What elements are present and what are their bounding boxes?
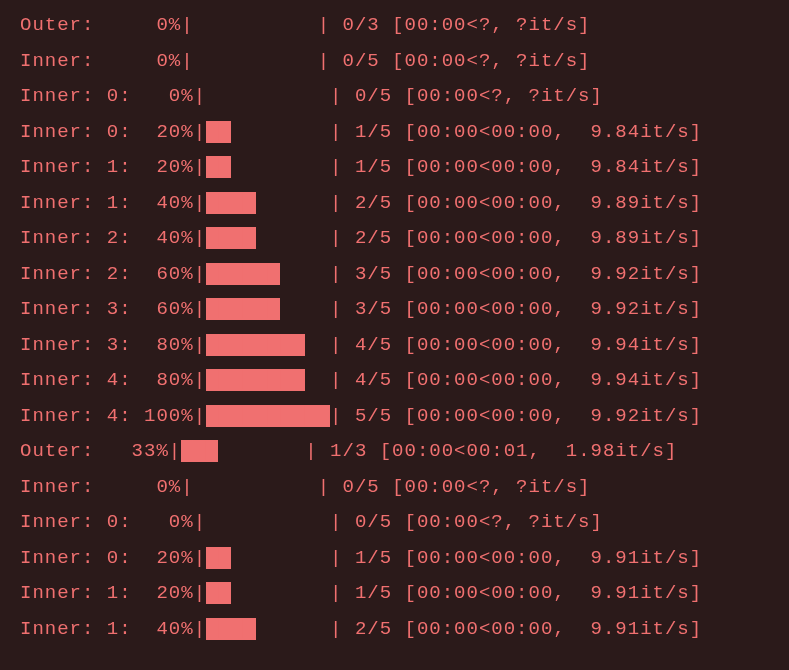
bar-empty [280, 298, 330, 320]
progress-label: Outer: [20, 14, 132, 36]
progress-percent: 40% [132, 227, 194, 249]
progress-line: Inner: 1: 40%|████ | 2/5 [00:00<00:00, 9… [20, 612, 769, 648]
progress-stats: 0/5 [00:00<?, ?it/s] [330, 476, 590, 498]
bar-end: | [330, 369, 342, 391]
progress-percent: 20% [132, 156, 194, 178]
bar-end: | [330, 263, 342, 285]
progress-percent: 0% [132, 85, 194, 107]
progress-percent: 40% [132, 192, 194, 214]
bar-filled: ██ [206, 156, 231, 178]
progress-percent: 20% [132, 582, 194, 604]
bar-end: | [305, 440, 317, 462]
progress-percent: 0% [132, 50, 182, 72]
progress-stats: 4/5 [00:00<00:00, 9.94it/s] [342, 334, 702, 356]
progress-bar [206, 511, 330, 533]
progress-line: Inner: 1: 20%|██ | 1/5 [00:00<00:00, 9.8… [20, 150, 769, 186]
progress-bar: ███ [181, 440, 305, 462]
bar-empty [280, 263, 330, 285]
bar-filled: ██ [206, 121, 231, 143]
progress-line: Inner: 0%| | 0/5 [00:00<?, ?it/s] [20, 470, 769, 506]
progress-label: Inner: 4: [20, 405, 132, 427]
bar-start: | [194, 334, 206, 356]
bar-end: | [330, 298, 342, 320]
bar-end: | [330, 156, 342, 178]
bar-filled: ██████ [206, 298, 280, 320]
progress-stats: 5/5 [00:00<00:00, 9.92it/s] [342, 405, 702, 427]
progress-bar [194, 14, 318, 36]
progress-percent: 33% [119, 440, 169, 462]
progress-label: Inner: 2: [20, 263, 132, 285]
progress-bar: ██ [206, 156, 330, 178]
bar-filled: ████████ [206, 369, 305, 391]
progress-line: Inner: 1: 20%|██ | 1/5 [00:00<00:00, 9.9… [20, 576, 769, 612]
progress-bar: ████ [206, 227, 330, 249]
progress-line: Outer: 0%| | 0/3 [00:00<?, ?it/s] [20, 8, 769, 44]
bar-start: | [194, 263, 206, 285]
bar-start: | [194, 547, 206, 569]
bar-start: | [194, 405, 206, 427]
bar-filled: ████████ [206, 334, 305, 356]
progress-bar [194, 50, 318, 72]
progress-percent: 0% [132, 14, 182, 36]
progress-stats: 3/5 [00:00<00:00, 9.92it/s] [342, 298, 702, 320]
bar-end: | [318, 50, 330, 72]
progress-stats: 3/5 [00:00<00:00, 9.92it/s] [342, 263, 702, 285]
progress-line: Inner: 1: 40%|████ | 2/5 [00:00<00:00, 9… [20, 186, 769, 222]
bar-empty [256, 618, 330, 640]
progress-stats: 1/3 [00:00<00:01, 1.98it/s] [318, 440, 678, 462]
bar-filled: ████ [206, 227, 256, 249]
progress-bar: ████████ [206, 334, 330, 356]
terminal-output: Outer: 0%| | 0/3 [00:00<?, ?it/s]Inner: … [20, 8, 769, 647]
progress-line: Inner: 4: 100%|██████████| 5/5 [00:00<00… [20, 399, 769, 435]
bar-end: | [330, 582, 342, 604]
bar-start: | [194, 121, 206, 143]
bar-empty [305, 369, 330, 391]
progress-stats: 1/5 [00:00<00:00, 9.84it/s] [342, 156, 702, 178]
progress-label: Inner: 0: [20, 121, 132, 143]
progress-stats: 2/5 [00:00<00:00, 9.89it/s] [342, 192, 702, 214]
progress-percent: 20% [132, 121, 194, 143]
progress-label: Inner: 1: [20, 156, 132, 178]
progress-label: Outer: [20, 440, 119, 462]
progress-line: Inner: 0: 20%|██ | 1/5 [00:00<00:00, 9.9… [20, 541, 769, 577]
bar-empty [231, 582, 330, 604]
bar-end: | [330, 511, 342, 533]
bar-start: | [194, 156, 206, 178]
bar-filled: ██ [206, 582, 231, 604]
progress-stats: 2/5 [00:00<00:00, 9.89it/s] [342, 227, 702, 249]
bar-start: | [194, 582, 206, 604]
progress-stats: 0/5 [00:00<?, ?it/s] [342, 511, 602, 533]
bar-empty [305, 334, 330, 356]
bar-filled: ██ [206, 547, 231, 569]
bar-empty [231, 121, 330, 143]
bar-filled: ███ [181, 440, 218, 462]
progress-line: Inner: 3: 60%|██████ | 3/5 [00:00<00:00,… [20, 292, 769, 328]
progress-line: Inner: 2: 40%|████ | 2/5 [00:00<00:00, 9… [20, 221, 769, 257]
bar-end: | [330, 334, 342, 356]
progress-line: Inner: 0: 0%| | 0/5 [00:00<?, ?it/s] [20, 79, 769, 115]
progress-bar [206, 85, 330, 107]
progress-stats: 0/3 [00:00<?, ?it/s] [330, 14, 590, 36]
bar-filled: ██████ [206, 263, 280, 285]
progress-label: Inner: 1: [20, 192, 132, 214]
progress-stats: 0/5 [00:00<?, ?it/s] [330, 50, 590, 72]
progress-bar: ██████████ [206, 405, 330, 427]
progress-bar: ████ [206, 192, 330, 214]
bar-empty [231, 156, 330, 178]
progress-bar: ██████ [206, 263, 330, 285]
progress-line: Inner: 0: 20%|██ | 1/5 [00:00<00:00, 9.8… [20, 115, 769, 151]
progress-label: Inner: 2: [20, 227, 132, 249]
bar-start: | [169, 440, 181, 462]
progress-label: Inner: 3: [20, 298, 132, 320]
progress-percent: 100% [132, 405, 194, 427]
bar-filled: ██████████ [206, 405, 330, 427]
progress-bar: ██████ [206, 298, 330, 320]
bar-empty [194, 476, 318, 498]
progress-line: Inner: 0: 0%| | 0/5 [00:00<?, ?it/s] [20, 505, 769, 541]
bar-start: | [194, 511, 206, 533]
bar-start: | [181, 14, 193, 36]
bar-end: | [330, 618, 342, 640]
bar-start: | [194, 618, 206, 640]
bar-empty [256, 192, 330, 214]
progress-line: Inner: 0%| | 0/5 [00:00<?, ?it/s] [20, 44, 769, 80]
